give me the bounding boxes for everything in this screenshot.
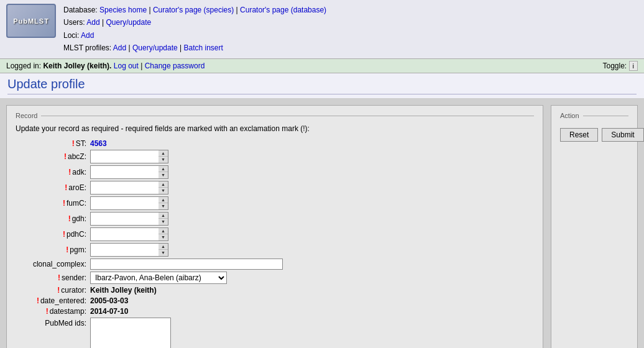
gdh-spinner[interactable]: 9 ▲ ▼ [90, 212, 168, 226]
mlst-label: MLST profiles: [63, 44, 111, 52]
login-info: Logged in: Keith Jolley (keith). Log out… [6, 62, 205, 70]
pgm-arrows[interactable]: ▲ ▼ [159, 243, 168, 257]
pdhC-up[interactable]: ▲ [159, 228, 168, 234]
logged-in-label: Logged in: [6, 62, 41, 70]
curators-page-species-link[interactable]: Curator's page (species) [153, 6, 234, 14]
pubmed-textarea[interactable] [90, 318, 171, 348]
database-label: Database: [63, 6, 98, 14]
aroE-arrows[interactable]: ▲ ▼ [159, 181, 168, 195]
pubmlst-logo: PubMLST [6, 4, 56, 38]
pubmed-row: PubMed ids: [16, 318, 534, 348]
pdhC-spinner[interactable]: 18 ▲ ▼ [90, 227, 168, 241]
loci-add-link[interactable]: Add [81, 31, 94, 40]
mlst-query-link[interactable]: Query/update [132, 44, 178, 52]
abcZ-up[interactable]: ▲ [159, 150, 168, 157]
mlst-batch-link[interactable]: Batch insert [183, 44, 223, 52]
pgm-spinner[interactable]: 8 ▲ ▼ [90, 243, 168, 257]
login-bar: Logged in: Keith Jolley (keith). Log out… [0, 59, 644, 73]
date-entered-value: 2005-03-03 [90, 296, 128, 305]
adk-down[interactable]: ▼ [159, 172, 168, 178]
toggle-area: Toggle: i [603, 61, 638, 71]
fumC-spinner[interactable]: 13 ▲ ▼ [90, 196, 168, 210]
nav-links: Database: Species home | Curator's page … [63, 4, 326, 55]
pdhC-arrows[interactable]: ▲ ▼ [159, 227, 168, 241]
gdh-arrows[interactable]: ▲ ▼ [159, 212, 168, 226]
abcZ-input[interactable]: 2 [90, 150, 159, 163]
date-entered-label: !date_entered: [16, 296, 90, 305]
record-panel-title: Record [16, 112, 534, 119]
abcZ-spinner[interactable]: 2 ▲ ▼ [90, 150, 168, 163]
fumC-arrows[interactable]: ▲ ▼ [159, 196, 168, 210]
users-query-link[interactable]: Query/update [106, 18, 152, 27]
nav-loci-row: Loci: Add [63, 29, 326, 42]
submit-button[interactable]: Submit [602, 128, 643, 142]
pdhC-down[interactable]: ▼ [159, 234, 168, 240]
action-panel: Action Reset Submit [551, 105, 638, 348]
aroE-down[interactable]: ▼ [159, 188, 168, 194]
curator-value: Keith Jolley (keith) [90, 286, 157, 295]
fumC-up[interactable]: ▲ [159, 197, 168, 203]
users-label: Users: [63, 18, 85, 27]
adk-row: !adk: 7 ▲ ▼ [16, 165, 534, 179]
change-password-link[interactable]: Change password [145, 62, 205, 70]
users-add-link[interactable]: Add [86, 18, 99, 27]
aroE-input[interactable]: 6 [90, 181, 159, 195]
fumC-row: !fumC: 13 ▲ ▼ [16, 196, 534, 210]
pdhC-input[interactable]: 18 [90, 227, 159, 241]
clonal-complex-input[interactable]: ST-167 complex [90, 259, 283, 270]
pgm-label: !pgm: [16, 245, 90, 254]
abcZ-arrows[interactable]: ▲ ▼ [159, 150, 168, 163]
loci-label: Loci: [63, 31, 79, 40]
st-label: !ST: [16, 139, 90, 148]
gdh-up[interactable]: ▲ [159, 213, 168, 219]
aroE-spinner[interactable]: 6 ▲ ▼ [90, 181, 168, 195]
logged-in-user: Keith Jolley (keith). [43, 62, 111, 70]
gdh-down[interactable]: ▼ [159, 219, 168, 225]
content-area: Record Update your record as required - … [6, 105, 638, 348]
species-home-link[interactable]: Species home [99, 6, 147, 14]
pdhC-label: !pdhC: [16, 230, 90, 239]
datestamp-label: !datestamp: [16, 307, 90, 316]
pgm-input[interactable]: 8 [90, 243, 159, 257]
pgm-row: !pgm: 8 ▲ ▼ [16, 243, 534, 257]
st-value: 4563 [90, 139, 107, 148]
pdhC-row: !pdhC: 18 ▲ ▼ [16, 227, 534, 241]
fumC-label: !fumC: [16, 199, 90, 208]
abcZ-down[interactable]: ▼ [159, 157, 168, 163]
pgm-down[interactable]: ▼ [159, 250, 168, 256]
toggle-button[interactable]: i [629, 61, 638, 71]
aroE-row: !aroE: 6 ▲ ▼ [16, 181, 534, 195]
nav-mlst-row: MLST profiles: Add | Query/update | Batc… [63, 42, 326, 54]
gdh-label: !gdh: [16, 214, 90, 223]
adk-up[interactable]: ▲ [159, 166, 168, 172]
datestamp-row: !datestamp: 2014-07-10 [16, 307, 534, 316]
record-description: Update your record as required - require… [16, 124, 534, 133]
nav-users-row: Users: Add | Query/update [63, 16, 326, 29]
adk-spinner[interactable]: 7 ▲ ▼ [90, 165, 168, 179]
curator-row: !curator: Keith Jolley (keith) [16, 286, 534, 295]
nav-database-row: Database: Species home | Curator's page … [63, 4, 326, 16]
fumC-input[interactable]: 13 [90, 196, 159, 210]
curators-page-database-link[interactable]: Curator's page (database) [240, 6, 326, 14]
clonal-complex-row: clonal_complex: ST-167 complex [16, 259, 534, 270]
adk-arrows[interactable]: ▲ ▼ [159, 165, 168, 179]
fumC-down[interactable]: ▼ [159, 203, 168, 209]
logout-link[interactable]: Log out [114, 62, 139, 70]
gdh-row: !gdh: 9 ▲ ▼ [16, 212, 534, 226]
clonal-complex-label: clonal_complex: [16, 260, 90, 268]
reset-button[interactable]: Reset [560, 128, 598, 142]
aroE-label: !aroE: [16, 183, 90, 192]
page-title: Update profile [7, 77, 637, 94]
datestamp-value: 2014-07-10 [90, 307, 128, 316]
sender-select[interactable]: Ibarz-Pavon, Ana-Belen (aibarz) [90, 272, 227, 284]
mlst-add-link[interactable]: Add [113, 44, 126, 52]
pgm-up[interactable]: ▲ [159, 244, 168, 250]
adk-input[interactable]: 7 [90, 165, 159, 179]
abcZ-label: !abcZ: [16, 152, 90, 161]
header: PubMLST Database: Species home | Curator… [0, 0, 644, 59]
gdh-input[interactable]: 9 [90, 212, 159, 226]
curator-label: !curator: [16, 286, 90, 295]
st-row: !ST: 4563 [16, 139, 534, 148]
aroE-up[interactable]: ▲ [159, 181, 168, 188]
abcZ-row: !abcZ: 2 ▲ ▼ [16, 150, 534, 163]
